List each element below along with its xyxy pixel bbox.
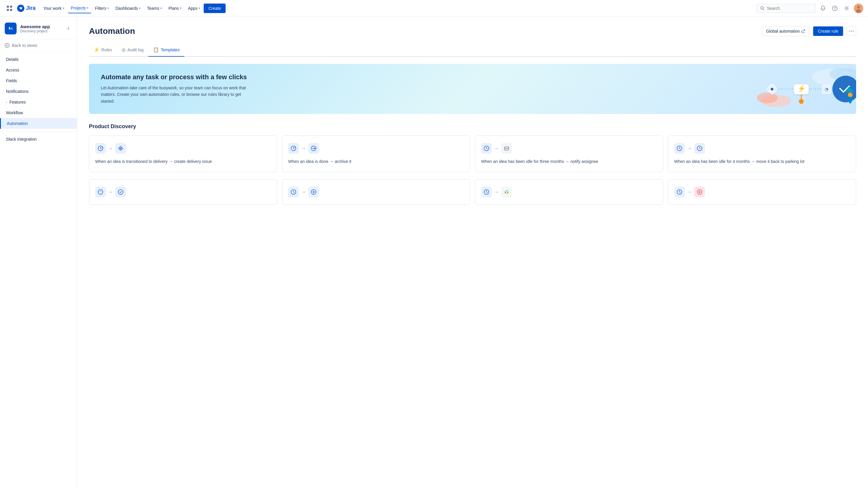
create-button[interactable]: Create <box>204 4 226 13</box>
card-done-archive[interactable]: → When an idea is done → archive it <box>282 136 470 172</box>
svg-point-10 <box>857 6 860 9</box>
card-icons: → <box>674 186 850 197</box>
card-icon-1 <box>481 186 492 197</box>
card-transitioned-to-delivery[interactable]: → When an idea is transitioned to delive… <box>89 136 277 172</box>
back-to-views-button[interactable]: Back to views <box>0 39 77 52</box>
card-text: When an idea is done → archive it <box>288 159 464 165</box>
svg-point-18 <box>853 31 854 32</box>
svg-rect-1 <box>10 6 12 8</box>
arrow-icon: → <box>687 146 692 151</box>
sidebar-item-features[interactable]: › Features <box>0 97 77 108</box>
sidebar-item-slack[interactable]: Slack integration <box>0 134 77 144</box>
sidebar-item-notifications[interactable]: Notifications <box>0 86 77 97</box>
nav-menu: Your work ▾ Projects ▾ Filters ▾ Dashboa… <box>40 3 754 13</box>
project-icon <box>5 23 17 34</box>
card-icon-2 <box>115 143 126 154</box>
arrow-icon: → <box>687 189 692 195</box>
avatar[interactable] <box>854 4 863 13</box>
svg-text:◔: ◔ <box>825 87 828 92</box>
settings-button[interactable] <box>842 4 851 13</box>
card-icon-2 <box>308 186 319 197</box>
sidebar-collapse-button[interactable] <box>65 25 72 32</box>
sidebar-item-access[interactable]: Access <box>0 65 77 75</box>
card-icon-2 <box>501 143 512 154</box>
svg-point-41 <box>120 148 121 149</box>
tab-templates[interactable]: 📋 Templates <box>148 43 184 57</box>
svg-rect-2 <box>7 9 9 11</box>
card-icon-cancel <box>694 186 705 197</box>
card-row2-3[interactable]: → <box>475 179 663 205</box>
sidebar: Awesome app Discovery project Back to vi… <box>0 17 77 489</box>
arrow-icon: → <box>108 189 113 195</box>
svg-text:◆: ◆ <box>771 86 774 91</box>
svg-point-17 <box>851 31 852 32</box>
svg-point-14 <box>11 27 13 29</box>
gear-icon <box>844 6 849 11</box>
search-box[interactable] <box>756 4 816 13</box>
card-icons: → <box>481 186 657 197</box>
card-row2-1[interactable]: → <box>89 179 277 205</box>
more-options-button[interactable] <box>847 26 856 36</box>
svg-rect-3 <box>10 9 12 11</box>
help-button[interactable]: ? <box>830 4 840 13</box>
template-icon: 📋 <box>153 47 159 53</box>
chevron-down-icon: ▾ <box>198 6 200 10</box>
main-layout: Awesome app Discovery project Back to vi… <box>0 17 868 489</box>
svg-text:?: ? <box>834 6 836 10</box>
chevron-down-icon: ▾ <box>139 6 141 10</box>
card-icon-1 <box>288 186 299 197</box>
svg-point-15 <box>5 43 9 48</box>
notifications-button[interactable] <box>818 4 828 13</box>
sidebar-item-automation[interactable]: Automation <box>0 118 77 129</box>
svg-text:⚡: ⚡ <box>798 85 806 93</box>
svg-point-16 <box>849 31 850 32</box>
nav-your-work[interactable]: Your work ▾ <box>40 4 67 13</box>
user-avatar <box>854 4 863 13</box>
svg-point-20 <box>757 93 778 103</box>
card-row2-2[interactable]: → <box>282 179 470 205</box>
page-header: Automation Global automation Create rule <box>89 26 856 36</box>
nav-dashboards[interactable]: Dashboards ▾ <box>112 4 144 13</box>
automation-cards-row2: → → <box>89 179 856 205</box>
arrow-icon: → <box>301 146 306 151</box>
svg-rect-54 <box>506 190 508 191</box>
nav-filters[interactable]: Filters ▾ <box>92 4 112 13</box>
nav-teams[interactable]: Teams ▾ <box>144 4 165 13</box>
external-link-icon <box>802 29 805 33</box>
nav-apps[interactable]: Apps ▾ <box>185 4 203 13</box>
tab-audit-log[interactable]: ◎ Audit log <box>117 43 148 57</box>
chevron-right-icon: › <box>6 100 7 104</box>
sidebar-item-details[interactable]: Details <box>0 54 77 65</box>
page-actions: Global automation Create rule <box>762 26 856 36</box>
sidebar-item-fields[interactable]: Fields <box>0 75 77 86</box>
automation-banner: Automate any task or process with a few … <box>89 64 856 114</box>
ellipsis-icon <box>849 31 854 32</box>
app-grid-button[interactable] <box>5 4 14 13</box>
lightning-icon: ⚡ <box>94 47 100 53</box>
project-type: Discovery project <box>20 29 61 33</box>
card-icon-1 <box>95 186 106 197</box>
tab-rules[interactable]: ⚡ Rules <box>89 43 117 57</box>
top-navigation: Jira Your work ▾ Projects ▾ Filters ▾ Da… <box>0 0 868 17</box>
card-icons: → <box>288 186 464 197</box>
svg-rect-0 <box>7 6 9 8</box>
card-row2-4[interactable]: → <box>668 179 856 205</box>
card-idle-parking[interactable]: → When an idea has been idle for 4 month… <box>668 136 856 172</box>
svg-point-34 <box>799 99 804 104</box>
global-automation-button[interactable]: Global automation <box>762 26 810 36</box>
create-rule-button[interactable]: Create rule <box>813 26 843 36</box>
svg-rect-56 <box>506 193 508 194</box>
nav-projects[interactable]: Projects ▾ <box>68 3 92 13</box>
jira-logo[interactable]: Jira <box>17 4 36 12</box>
sidebar-item-workflow[interactable]: Workflow <box>0 108 77 118</box>
help-icon: ? <box>832 6 837 11</box>
card-idle-notify[interactable]: → When an idea has been idle for three m… <box>475 136 663 172</box>
card-icon-2 <box>694 143 705 154</box>
search-input[interactable] <box>767 6 808 11</box>
svg-point-13 <box>9 27 10 29</box>
card-icon-2 <box>115 186 126 197</box>
banner-title: Automate any task or process with a few … <box>101 73 249 81</box>
chevron-down-icon: ▾ <box>160 6 162 10</box>
nav-plans[interactable]: Plans ▾ <box>165 4 184 13</box>
project-info: Awesome app Discovery project <box>20 24 61 33</box>
